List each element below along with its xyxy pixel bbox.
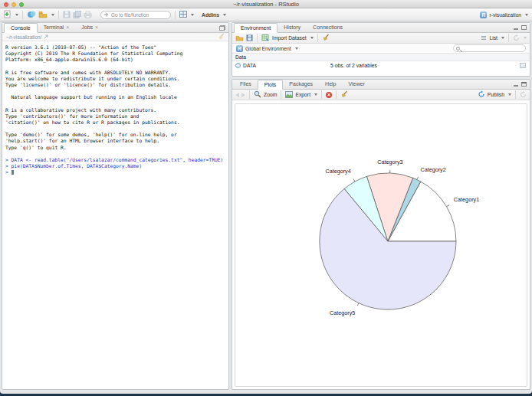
tab-console[interactable]: Console — [4, 23, 38, 33]
next-plot-icon[interactable] — [241, 93, 245, 97]
refresh-dropdown-icon[interactable] — [524, 37, 527, 39]
tab-console-label: Console — [11, 25, 31, 31]
save-icon[interactable] — [63, 11, 71, 19]
global-environment-selector[interactable]: Global Environment — [245, 46, 291, 51]
data-section-header: Data — [232, 54, 530, 61]
goto-directory-icon[interactable] — [44, 34, 48, 40]
environment-search-box[interactable] — [453, 44, 526, 52]
tab-connections[interactable]: Connections — [307, 22, 349, 32]
list-view-icon[interactable] — [481, 35, 487, 41]
console-line: Type 'contributors()' for more informati… — [5, 113, 228, 119]
console-line — [5, 88, 228, 94]
goto-file-input[interactable] — [111, 12, 167, 18]
open-file-icon[interactable] — [38, 11, 48, 19]
tab-plots-label: Plots — [264, 81, 277, 88]
environment-pane: Environment History Connections — [232, 22, 530, 77]
tab-history-label: History — [284, 24, 300, 31]
refresh-plot-icon[interactable] — [520, 91, 527, 99]
console-line: R is free software and comes with ABSOLU… — [5, 70, 228, 76]
environment-toolbar: Import Dataset List — [232, 33, 530, 44]
tab-jobs[interactable]: Jobs × — [75, 22, 104, 32]
load-workspace-icon[interactable] — [235, 34, 244, 42]
restore-pane-icon[interactable] — [219, 25, 225, 31]
tab-viewer-label: Viewer — [349, 80, 365, 87]
list-view-dropdown-icon[interactable] — [501, 37, 504, 39]
addins-dropdown-icon[interactable] — [223, 14, 226, 16]
addins-button[interactable]: Addins — [202, 12, 219, 18]
clear-plots-icon[interactable] — [340, 90, 348, 99]
console-line: 'help.start()' for an HTML browser inter… — [5, 138, 228, 144]
new-project-icon[interactable] — [27, 10, 36, 19]
working-directory: ~/r-visualization/ — [6, 34, 41, 40]
minimize-window-icon[interactable] — [11, 2, 16, 7]
object-summary: 5 obs. of 2 variables — [330, 63, 377, 68]
export-dropdown-icon[interactable] — [314, 93, 317, 96]
console-line: Copyright (C) 2019 The R Foundation for … — [5, 51, 228, 57]
clear-console-icon[interactable] — [218, 33, 225, 41]
save-all-icon[interactable] — [73, 11, 81, 19]
zoom-plot-icon[interactable] — [254, 90, 261, 99]
open-recent-dropdown-icon[interactable] — [51, 14, 54, 16]
print-icon[interactable] — [84, 11, 92, 19]
tab-jobs-label: Jobs — [81, 24, 93, 31]
refresh-environment-icon[interactable] — [513, 34, 520, 42]
pane-layout-dropdown-icon[interactable] — [191, 14, 194, 16]
import-dataset-icon[interactable] — [261, 34, 270, 42]
close-icon[interactable]: × — [95, 24, 98, 31]
export-plot-icon[interactable] — [285, 91, 293, 99]
data-object-icon[interactable] — [235, 63, 241, 68]
previous-plot-icon[interactable] — [235, 93, 239, 97]
project-name: r-visualization — [489, 12, 521, 18]
titlebar: ~/r-visualization - RStudio — [0, 0, 532, 8]
zoom-plot-button[interactable]: Zoom — [264, 92, 277, 97]
main-toolbar: Addins R r-visualization — [0, 8, 532, 21]
tab-environment[interactable]: Environment — [234, 23, 277, 33]
minimize-pane-icon[interactable] — [514, 85, 518, 87]
remove-plot-icon[interactable]: × — [326, 92, 332, 98]
project-button[interactable]: R r-visualization — [480, 11, 528, 18]
console-line: > pie(DATA$Number.of.Times, DATA$Categor… — [5, 163, 228, 169]
publish-dropdown-icon[interactable] — [508, 93, 511, 96]
view-table-icon[interactable] — [520, 63, 526, 68]
clear-environment-icon[interactable] — [322, 34, 330, 42]
minimize-pane-icon[interactable] — [514, 28, 518, 30]
environment-search-input[interactable] — [461, 46, 523, 51]
tab-packages[interactable]: Packages — [283, 79, 319, 89]
console-cursor — [11, 170, 14, 175]
tab-help[interactable]: Help — [319, 79, 342, 89]
close-icon[interactable]: × — [66, 24, 69, 31]
goto-file-box[interactable] — [100, 11, 171, 19]
tab-terminal-label: Terminal — [44, 24, 64, 31]
maximize-pane-icon[interactable] — [521, 25, 527, 30]
global-environment-dropdown-icon[interactable] — [295, 47, 298, 50]
pie-label-category2: Category2 — [420, 166, 445, 173]
environment-object-row[interactable]: DATA 5 obs. of 2 variables — [232, 61, 530, 70]
tab-terminal[interactable]: Terminal × — [38, 22, 76, 32]
list-view-button[interactable]: List — [489, 35, 498, 41]
console-output[interactable]: R version 3.6.1 (2019-07-05) -- "Action … — [2, 41, 228, 175]
tab-plots[interactable]: Plots — [258, 80, 284, 90]
console-tabstrip: Console Terminal × Jobs × — [2, 23, 228, 33]
object-name[interactable]: DATA — [243, 63, 256, 68]
new-file-icon[interactable] — [4, 10, 11, 19]
pie-label-category1: Category1 — [454, 196, 479, 203]
pane-layout-icon[interactable] — [179, 11, 187, 18]
close-window-icon[interactable] — [4, 2, 8, 7]
console-line — [5, 126, 228, 132]
publish-button[interactable]: Publish — [488, 92, 504, 97]
import-dataset-dropdown-icon[interactable] — [310, 37, 314, 39]
new-file-dropdown-icon[interactable] — [15, 14, 18, 16]
pie-label-tick — [447, 205, 449, 207]
environment-scope-row: R Global Environment — [232, 44, 530, 54]
tab-files[interactable]: Files — [234, 79, 258, 89]
console-line: > — [5, 169, 228, 175]
global-environment-icon: R — [236, 45, 243, 52]
export-plot-button[interactable]: Export — [295, 92, 310, 97]
tab-viewer[interactable]: Viewer — [343, 79, 371, 89]
publish-icon[interactable] — [478, 90, 485, 99]
tab-history[interactable]: History — [277, 22, 307, 32]
zoom-window-icon[interactable] — [19, 2, 24, 7]
maximize-pane-icon[interactable] — [521, 82, 527, 87]
save-workspace-icon[interactable] — [246, 34, 253, 42]
import-dataset-button[interactable]: Import Dataset — [272, 35, 307, 41]
